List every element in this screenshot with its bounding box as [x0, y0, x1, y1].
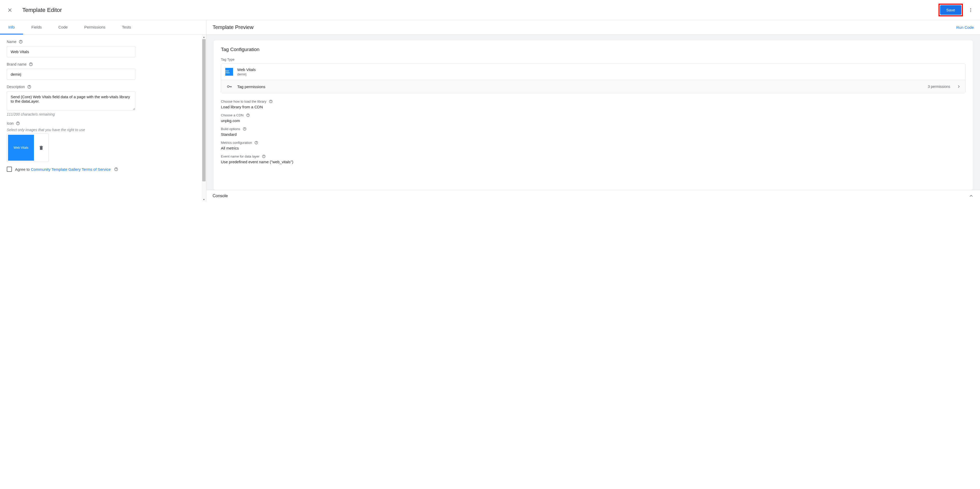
close-button[interactable] — [4, 4, 16, 16]
more-vert-icon — [968, 8, 973, 13]
agree-checkbox[interactable] — [7, 167, 12, 172]
scroll-down-arrow[interactable]: ▾ — [202, 197, 206, 202]
name-label: Name — [7, 40, 16, 44]
name-input[interactable] — [7, 46, 135, 57]
tab-bar: Info Fields Code Permissions Tests — [0, 20, 206, 35]
help-icon[interactable] — [16, 121, 20, 126]
preview-pane: Template Preview Run Code Tag Configurat… — [206, 20, 980, 202]
chevron-up-icon — [969, 193, 974, 198]
tag-permissions-label: Tag permissions — [237, 84, 265, 89]
terms-link[interactable]: Community Template Gallery Terms of Serv… — [31, 167, 111, 171]
description-remaining: 111/200 characters remaining — [7, 112, 199, 116]
tab-fields[interactable]: Fields — [23, 20, 50, 35]
config-value: Load library from a CDN — [221, 105, 966, 109]
more-menu-button[interactable] — [965, 5, 976, 16]
tag-config-card: Tag Configuration Tag Type Web Vitals We… — [214, 40, 973, 190]
svg-point-10 — [29, 87, 29, 88]
config-label: Choose a CDN — [221, 113, 243, 117]
description-input[interactable] — [7, 91, 135, 110]
svg-point-4 — [970, 11, 971, 12]
help-icon[interactable] — [18, 40, 23, 44]
page-title: Template Editor — [22, 7, 62, 13]
console-title: Console — [213, 194, 228, 198]
config-label: Event name for data layer — [221, 154, 259, 158]
editor-pane: Info Fields Code Permissions Tests Name — [0, 20, 206, 202]
help-icon[interactable] — [29, 62, 33, 67]
key-icon — [226, 84, 232, 89]
svg-point-12 — [18, 124, 18, 124]
help-icon[interactable] — [262, 154, 266, 159]
help-icon[interactable] — [242, 127, 247, 131]
preview-title: Template Preview — [213, 24, 253, 30]
scroll-up-arrow[interactable]: ▴ — [202, 35, 206, 39]
chevron-right-icon — [956, 84, 961, 89]
description-label: Description — [7, 85, 25, 89]
info-form: Name Brand name — [0, 35, 206, 202]
svg-point-25 — [264, 157, 264, 157]
tab-code[interactable]: Code — [50, 20, 76, 35]
scroll-thumb[interactable] — [202, 39, 205, 181]
agree-prefix: Agree to — [15, 167, 31, 171]
config-item: Choose how to load the libraryLoad libra… — [221, 99, 966, 109]
config-label: Build options — [221, 127, 240, 131]
icon-hint: Select only images that you have the rig… — [7, 128, 199, 132]
tag-permissions-row[interactable]: Tag permissions 3 permissions — [221, 80, 965, 93]
svg-point-8 — [31, 65, 31, 65]
config-value: unpkg.com — [221, 118, 966, 123]
icon-card: Web Vitals — [7, 133, 49, 162]
scroll-track[interactable] — [202, 39, 206, 197]
config-value: Use predefined event name ("web_vitals") — [221, 160, 966, 164]
brand-input[interactable] — [7, 69, 135, 80]
config-value: All metrics — [221, 146, 966, 150]
tag-config-heading: Tag Configuration — [221, 47, 966, 52]
config-label: Metrics configuration — [221, 141, 252, 144]
config-item: Event name for data layerUse predefined … — [221, 154, 966, 164]
svg-point-23 — [256, 143, 256, 144]
delete-icon-button[interactable] — [37, 143, 46, 152]
console-panel[interactable]: Console — [206, 190, 980, 202]
config-item: Metrics configurationAll metrics — [221, 140, 966, 150]
icon-thumbnail[interactable]: Web Vitals — [8, 135, 34, 161]
tag-permissions-count: 3 permissions — [928, 84, 950, 89]
toolbar: Template Editor Save — [0, 0, 980, 20]
icon-label: Icon — [7, 121, 13, 125]
help-icon[interactable] — [269, 99, 273, 104]
tab-permissions[interactable]: Permissions — [76, 20, 114, 35]
config-item: Choose a CDNunpkg.com — [221, 113, 966, 123]
tab-info[interactable]: Info — [0, 20, 23, 35]
save-highlight-box: Save — [939, 4, 963, 16]
tag-type-row[interactable]: Web Vitals Web Vitals demirj — [221, 64, 965, 80]
help-icon[interactable] — [245, 113, 250, 117]
config-item: Build optionsStandard — [221, 127, 966, 137]
tag-type-brand: demirj — [237, 72, 256, 76]
help-icon[interactable] — [254, 140, 259, 145]
run-code-button[interactable]: Run Code — [956, 25, 974, 30]
tag-type-name: Web Vitals — [237, 67, 256, 72]
editor-scrollbar[interactable]: ▴ ▾ — [202, 35, 206, 202]
config-value: Standard — [221, 132, 966, 137]
tag-type-label: Tag Type — [221, 57, 966, 62]
svg-point-15 — [228, 86, 229, 87]
svg-point-2 — [970, 8, 971, 9]
trash-icon — [39, 145, 44, 150]
close-icon — [7, 8, 13, 13]
console-expand-button[interactable] — [969, 193, 974, 198]
help-icon[interactable] — [27, 84, 32, 89]
config-label: Choose how to load the library — [221, 100, 267, 103]
tag-type-icon: Web Vitals — [225, 68, 233, 76]
help-icon[interactable] — [114, 167, 118, 171]
svg-point-3 — [970, 10, 971, 10]
tab-tests[interactable]: Tests — [114, 20, 140, 35]
brand-label: Brand name — [7, 62, 27, 66]
save-button[interactable]: Save — [940, 5, 961, 15]
